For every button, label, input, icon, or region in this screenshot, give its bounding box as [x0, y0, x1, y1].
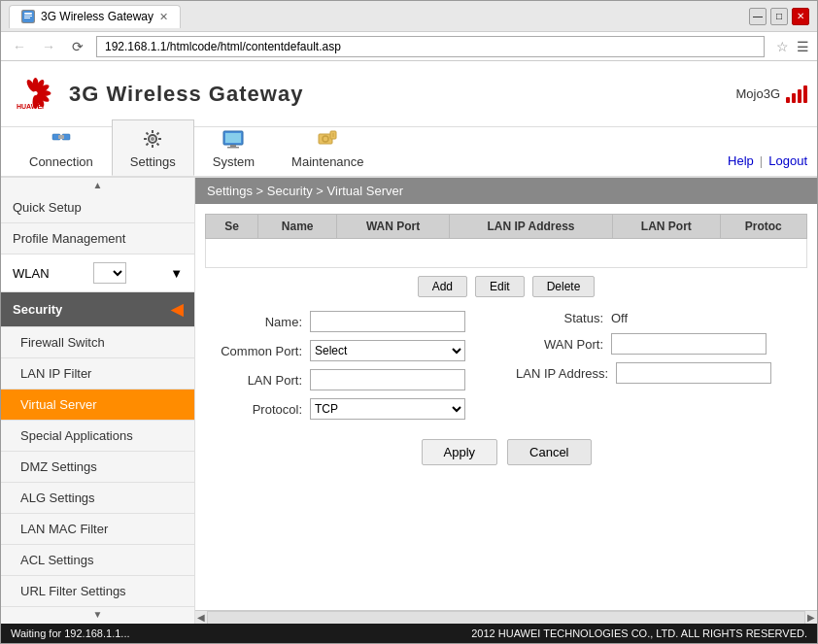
lan-ip-filter-label: LAN IP Filter — [20, 366, 91, 381]
signal-bar-2 — [792, 93, 796, 103]
logout-link[interactable]: Logout — [768, 153, 807, 168]
content-body: Se Name WAN Port LAN IP Address LAN Port… — [195, 204, 817, 610]
sidebar-item-dmz-settings[interactable]: DMZ Settings — [1, 452, 194, 483]
svg-point-18 — [151, 137, 154, 141]
tab-settings[interactable]: Settings — [112, 119, 194, 176]
common-port-row: Common Port: Select — [215, 340, 496, 361]
nav-links: Help | Logout — [728, 153, 807, 176]
tab-icon — [21, 10, 35, 23]
svg-text:HUAWEI: HUAWEI — [17, 103, 44, 110]
sidebar-item-profile-management[interactable]: Profile Management — [1, 223, 194, 254]
browser-window: 3G Wireless Gateway ✕ — □ ✕ ← → ⟳ 192.16… — [0, 0, 818, 644]
sidebar-scroll-down[interactable]: ▼ — [1, 607, 194, 622]
reload-button[interactable]: ⟳ — [67, 36, 88, 57]
wan-port-input[interactable] — [611, 333, 767, 355]
browser-menu-icon[interactable]: ☰ — [797, 39, 809, 54]
back-button[interactable]: ← — [9, 36, 30, 57]
settings-icon — [140, 126, 165, 152]
breadcrumb: Settings > Security > Virtual Server — [195, 178, 817, 204]
tab-connection[interactable]: Connection — [11, 119, 112, 176]
sidebar-item-url-filter-settings[interactable]: URL Filter Settings — [1, 576, 194, 607]
sidebar-item-lan-mac-filter[interactable]: LAN MAC Filter — [1, 514, 194, 545]
tab-system[interactable]: System — [194, 119, 273, 176]
help-link[interactable]: Help — [728, 153, 754, 168]
sidebar-item-acl-settings[interactable]: ACL Settings — [1, 545, 194, 576]
url-bar[interactable]: 192.168.1.1/htmlcode/html/contentdefault… — [96, 36, 765, 57]
lan-ip-label: LAN IP Address: — [516, 366, 608, 381]
connection-icon — [49, 126, 74, 152]
name-row: Name: — [215, 311, 496, 332]
wan-port-row: WAN Port: — [516, 333, 798, 355]
maximize-button[interactable]: □ — [770, 8, 788, 25]
svg-line-24 — [157, 144, 159, 146]
alg-settings-label: ALG Settings — [20, 491, 95, 505]
status-label: Status: — [516, 311, 603, 325]
apply-button[interactable]: Apply — [422, 439, 498, 465]
horizontal-scrollbar[interactable]: ◀ ▶ — [195, 610, 817, 624]
acl-settings-label: ACL Settings — [20, 553, 93, 567]
scroll-down-icon[interactable]: ▼ — [93, 609, 103, 620]
sidebar-item-alg-settings[interactable]: ALG Settings — [1, 483, 194, 514]
dmz-settings-label: DMZ Settings — [20, 459, 97, 474]
nav-divider: | — [760, 153, 763, 168]
copyright-text: 2012 HUAWEI TECHNOLOGIES CO., LTD. ALL R… — [471, 627, 807, 639]
svg-rect-2 — [24, 16, 32, 17]
table-body — [206, 239, 807, 268]
scroll-up-icon[interactable]: ▲ — [93, 180, 103, 190]
content-area: Settings > Security > Virtual Server Se … — [195, 178, 817, 624]
common-port-select[interactable]: Select — [310, 340, 465, 361]
edit-button[interactable]: Edit — [475, 276, 525, 297]
profile-management-label: Profile Management — [13, 231, 125, 246]
svg-line-25 — [157, 133, 159, 135]
signal-bar-1 — [786, 97, 790, 103]
app-header: HUAWEI 3G Wireless Gateway Mojo3G — [1, 61, 817, 127]
window-controls: — □ ✕ — [749, 8, 809, 25]
lan-port-input[interactable] — [310, 369, 465, 390]
sidebar-item-quick-setup[interactable]: Quick Setup — [1, 192, 194, 223]
close-button[interactable]: ✕ — [792, 8, 809, 25]
sidebar-item-virtual-server[interactable]: Virtual Server — [1, 390, 194, 421]
signal-bars — [786, 85, 807, 103]
form-right-col: Status: Off WAN Port: LAN IP Address: — [506, 305, 807, 425]
virtual-server-label: Virtual Server — [20, 397, 97, 412]
col-lan-ip: LAN IP Address — [449, 215, 612, 239]
svg-rect-16 — [58, 135, 64, 139]
cancel-button[interactable]: Cancel — [507, 439, 591, 465]
sidebar-scroll-up[interactable]: ▲ — [1, 178, 194, 192]
lan-ip-input[interactable] — [616, 362, 771, 384]
lan-ip-row: LAN IP Address: — [516, 362, 798, 384]
browser-tab[interactable]: 3G Wireless Gateway ✕ — [9, 5, 181, 28]
delete-button[interactable]: Delete — [532, 276, 596, 297]
quick-setup-label: Quick Setup — [13, 200, 82, 215]
huawei-logo: HUAWEI — [11, 75, 59, 114]
add-button[interactable]: Add — [418, 276, 467, 297]
status-waiting: Waiting for 192.168.1.1... — [11, 627, 130, 639]
lan-port-row: LAN Port: — [215, 369, 496, 390]
sidebar-item-special-applications[interactable]: Special Applications — [1, 421, 194, 452]
sidebar-item-security-section[interactable]: Security ◀ — [1, 292, 194, 327]
name-input[interactable] — [310, 311, 465, 332]
sidebar-item-firewall-switch[interactable]: Firewall Switch — [1, 327, 194, 358]
svg-rect-29 — [230, 145, 236, 147]
protocol-select[interactable]: TCP — [310, 398, 465, 420]
col-lan-port: LAN Port — [613, 215, 721, 239]
virtual-server-table-wrapper: Se Name WAN Port LAN IP Address LAN Port… — [205, 214, 807, 268]
header-left: HUAWEI 3G Wireless Gateway — [11, 75, 303, 114]
minimize-button[interactable]: — — [749, 8, 767, 25]
bookmark-icon[interactable]: ☆ — [776, 39, 789, 54]
sidebar-item-wlan[interactable]: WLAN ▼ — [1, 254, 194, 292]
signal-bar-3 — [798, 89, 801, 103]
sidebar-item-lan-ip-filter[interactable]: LAN IP Filter — [1, 358, 194, 390]
scroll-track[interactable] — [207, 611, 805, 625]
forward-button[interactable]: → — [38, 36, 59, 57]
wlan-dropdown[interactable] — [93, 262, 126, 284]
tab-close-button[interactable]: ✕ — [159, 11, 168, 23]
svg-rect-30 — [227, 147, 239, 149]
status-value: Off — [611, 311, 628, 325]
col-name: Name — [258, 215, 337, 239]
tab-maintenance[interactable]: Maintenance — [273, 119, 382, 176]
nav-tabs: Connection — [1, 127, 817, 178]
scroll-right-arrow[interactable]: ▶ — [805, 612, 817, 623]
lan-port-label: LAN Port: — [215, 373, 302, 388]
scroll-left-arrow[interactable]: ◀ — [195, 612, 207, 623]
